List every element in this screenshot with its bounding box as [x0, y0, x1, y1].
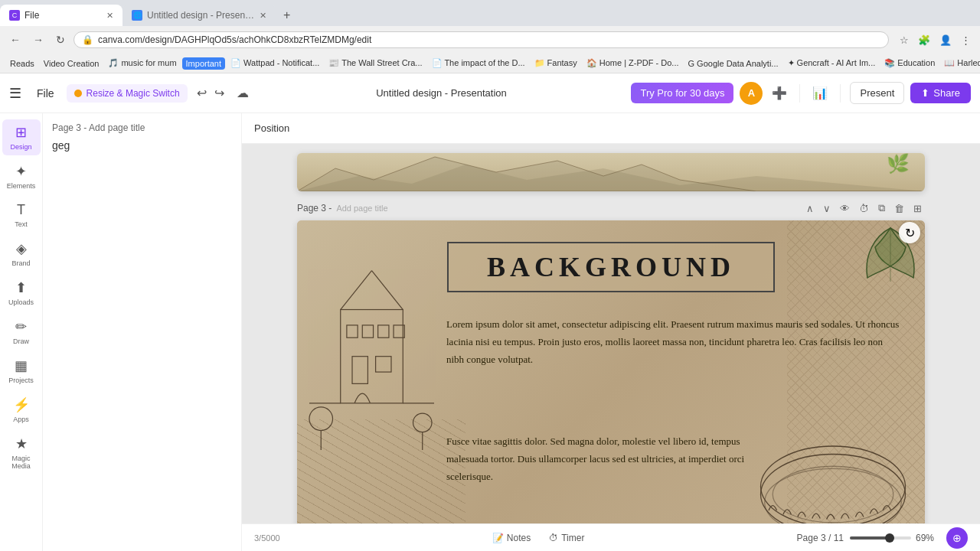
analytics-button[interactable]: 📊 [809, 83, 831, 103]
svg-rect-3 [352, 357, 368, 384]
bookmark-music[interactable]: 🎵 music for mum [104, 57, 180, 70]
tab-close-btn[interactable]: ✕ [106, 11, 113, 21]
bookmark-harlequin[interactable]: 📖 Harlequin Romance... [940, 57, 980, 70]
ai-refresh-button[interactable]: ↻ [899, 222, 920, 243]
notes-button[interactable]: 📝 Notes [486, 530, 537, 546]
slide3-title-box[interactable]: BACKGROUND [447, 242, 775, 292]
profile-icon[interactable]: 👤 [936, 33, 955, 47]
bookmark-star-icon[interactable]: ☆ [897, 33, 912, 47]
sidebar-item-draw[interactable]: ✏ Draw [2, 314, 41, 350]
slide3-title-text: BACKGROUND [487, 252, 735, 282]
resize-magic-switch-button[interactable]: Resize & Magic Switch [67, 84, 188, 103]
sidebar-label-magic-media: Magic Media [5, 455, 38, 470]
canvas-scroll[interactable]: 🌿 Page 3 - Add page title ∧ [242, 144, 980, 523]
title-center: Untitled design - Presentation [258, 87, 626, 99]
browser-chrome: C File ✕ 🌐 Untitled design - Presentatio… [0, 0, 980, 73]
bookmark-reads[interactable]: Reads [6, 57, 38, 70]
mountain-sketch-svg [297, 153, 925, 191]
bookmark-wsj[interactable]: 📰 The Wall Street Cra... [325, 57, 426, 70]
redo-button[interactable]: ↪ [211, 83, 227, 103]
colosseum-sketch-svg [753, 427, 913, 523]
sidebar-label-draw: Draw [13, 337, 29, 345]
try-pro-button[interactable]: Try Pro for 30 days [631, 83, 733, 103]
slide3-add-title-label[interactable]: Add page title [336, 204, 387, 213]
slide-delete-button[interactable]: 🗑 [891, 201, 907, 216]
panel-text-input[interactable]: geg [52, 139, 232, 152]
sidebar-item-text[interactable]: T Text [2, 197, 41, 233]
notes-icon: 📝 [492, 533, 504, 543]
bookmark-gencraft[interactable]: ✦ Gencraft - AI Art Im... [784, 57, 880, 70]
sidebar-label-elements: Elements [7, 182, 36, 190]
text-icon: T [17, 202, 25, 218]
bookmark-education[interactable]: 📚 Education [880, 57, 939, 70]
slide-container-main: Page 3 - Add page title ∧ ∨ 👁 ⏱ [297, 201, 925, 523]
timer-button[interactable]: ⏱ Timer [543, 530, 590, 546]
sidebar-label-uploads: Uploads [8, 298, 34, 306]
slide3-page-number: Page 3 - [297, 203, 332, 214]
bookmark-video[interactable]: Video Creation [40, 57, 103, 70]
bookmark-zpdf[interactable]: 🏠 Home | Z-PDF - Do... [583, 57, 683, 70]
forward-button[interactable]: → [29, 31, 47, 48]
share-button[interactable]: ⬆ Share [910, 83, 971, 103]
slide-move-up-button[interactable]: ∧ [803, 201, 817, 216]
bookmark-important[interactable]: Important [182, 57, 225, 70]
zoom-action-button[interactable]: ⊕ [946, 527, 968, 549]
slide-move-down-button[interactable]: ∨ [820, 201, 834, 216]
zoom-slider[interactable] [850, 536, 911, 540]
sidebar-item-magic-media[interactable]: ★ Magic Media [2, 431, 41, 474]
undo-redo-group: ↩ ↪ [194, 83, 227, 103]
sidebar-item-elements[interactable]: ✦ Elements [2, 158, 41, 194]
slide3-frame[interactable]: BACKGROUND Lorem ipsum dolor sit amet, c… [297, 220, 925, 523]
save-cloud-button[interactable]: ☁ [234, 83, 252, 103]
settings-icon[interactable]: ⋮ [958, 33, 974, 47]
brand-icon: ◈ [16, 240, 27, 257]
bookmark-impact[interactable]: 📄 The impact of the D... [428, 57, 529, 70]
slide-visibility-button[interactable]: 👁 [837, 201, 853, 216]
slide-more-options-button[interactable]: ⊞ [910, 201, 925, 216]
slide-timer-button[interactable]: ⏱ [856, 201, 872, 216]
tab-title-presentation: Untitled design - Presentation [147, 10, 255, 21]
svg-point-16 [761, 446, 906, 523]
slide3-body1-text: Lorem ipsum dolor sit amet, consectetur … [446, 316, 902, 368]
bookmark-google-data[interactable]: G Google Data Analyti... [684, 57, 782, 70]
file-menu-button[interactable]: File [31, 84, 60, 103]
canvas-area: Position 🌿 [242, 113, 980, 551]
sidebar-item-design[interactable]: ⊞ Design [2, 119, 41, 155]
svg-line-2 [372, 271, 403, 310]
building-sketch-svg [309, 247, 435, 450]
sidebar-item-brand[interactable]: ◈ Brand [2, 236, 41, 272]
document-title[interactable]: Untitled design - Presentation [376, 87, 507, 99]
undo-button[interactable]: ↩ [194, 83, 210, 103]
user-avatar[interactable]: A [740, 82, 763, 105]
slide-container-partial: 🌿 [297, 153, 925, 191]
separator [799, 84, 800, 103]
new-tab-button[interactable]: + [279, 8, 295, 22]
tab-close-presentation-btn[interactable]: ✕ [260, 11, 266, 21]
slide-partial-frame: 🌿 [297, 153, 925, 191]
share-label: Share [933, 87, 960, 99]
reload-button[interactable]: ↻ [52, 31, 69, 48]
add-user-button[interactable]: ➕ [769, 83, 790, 103]
zoom-slider-container: 69% [850, 533, 940, 543]
magic-media-icon: ★ [15, 435, 28, 452]
nav-bar: ← → ↻ 🔒 canva.com/design/DAGHPlqOd5s/ach… [0, 26, 980, 54]
slide-duplicate-button[interactable]: ⧉ [875, 201, 888, 216]
sidebar-item-uploads[interactable]: ⬆ Uploads [2, 275, 41, 311]
left-sidebar: ⊞ Design ✦ Elements T Text ◈ Brand ⬆ Upl… [0, 113, 43, 551]
bookmark-wattpad[interactable]: 📄 Wattpad - Notificat... [227, 57, 323, 70]
tab-presentation[interactable]: 🌐 Untitled design - Presentation ✕ [122, 5, 276, 26]
sidebar-item-apps[interactable]: ⚡ Apps [2, 392, 41, 428]
present-button[interactable]: Present [850, 82, 904, 104]
slide3-label-row: Page 3 - Add page title ∧ ∨ 👁 ⏱ [297, 201, 925, 216]
hamburger-menu-icon[interactable]: ☰ [9, 85, 21, 102]
url-bar[interactable]: 🔒 canva.com/design/DAGHPlqOd5s/achOhkCD8… [74, 31, 889, 48]
sidebar-item-projects[interactable]: ▦ Projects [2, 353, 41, 389]
back-button[interactable]: ← [6, 31, 24, 48]
svg-point-15 [761, 455, 906, 524]
svg-point-13 [413, 413, 432, 432]
tab-title-canva: File [24, 10, 102, 21]
tab-canva-home[interactable]: C File ✕ [0, 5, 122, 26]
extension-icon[interactable]: 🧩 [915, 33, 933, 47]
svg-point-17 [773, 466, 893, 523]
bookmark-fantasy[interactable]: 📁 Fantasy [531, 57, 581, 70]
